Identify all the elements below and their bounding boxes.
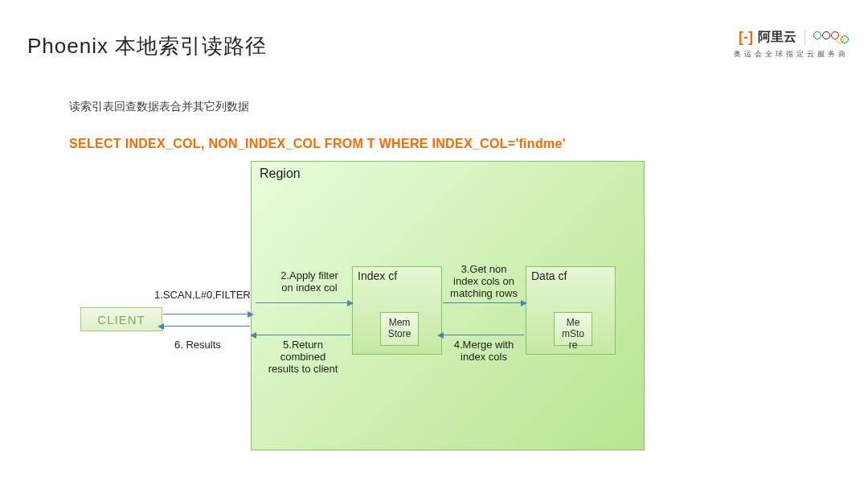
arrow-region-to-client — [163, 326, 250, 327]
arrow-head-icon — [347, 300, 354, 306]
brand-logo: [-] 阿里云 奥运会全球指定云服务商 — [734, 29, 849, 60]
step6-label: 6. Results — [174, 339, 221, 351]
arrow-to-index — [256, 302, 349, 303]
index-cf-box: Index cf Mem Store — [352, 266, 442, 355]
arrow-index-to-data — [443, 302, 522, 303]
arrow-data-to-index — [443, 335, 524, 335]
arrow-client-to-region — [163, 314, 248, 314]
index-cf-label: Index cf — [358, 269, 397, 282]
arrow-head-icon — [437, 332, 444, 339]
slide-title: Phoenix 本地索引读路径 — [27, 32, 267, 60]
data-cf-label: Data cf — [531, 269, 567, 282]
data-memstore-box: Me mSto re — [554, 312, 592, 346]
index-memstore-box: Mem Store — [380, 312, 419, 346]
architecture-diagram: Region CLIENT Index cf Mem Store Data cf… — [80, 161, 707, 458]
alibaba-brand-text: 阿里云 — [758, 29, 796, 46]
arrow-from-index — [256, 335, 350, 335]
description-text: 读索引表回查数据表合并其它列数据 — [69, 100, 249, 114]
step2-label: 2.Apply filter on index col — [273, 270, 346, 294]
step3-label: 3.Get non index cols on matching rows — [445, 264, 522, 300]
step1-label: 1.SCAN,L#0,FILTER — [154, 290, 251, 302]
alibaba-bracket-icon: [-] — [739, 29, 753, 46]
client-box: CLIENT — [80, 307, 162, 331]
arrow-head-icon — [158, 323, 164, 330]
logo-subtitle: 奥运会全球指定云服务商 — [734, 49, 849, 60]
arrow-head-icon — [248, 311, 254, 318]
region-label: Region — [260, 166, 301, 181]
step4-label: 4.Merge with index cols — [447, 339, 521, 364]
arrow-head-icon — [250, 332, 256, 339]
arrow-head-icon — [521, 300, 527, 306]
data-cf-box: Data cf Me mSto re — [526, 266, 616, 355]
olympic-rings-icon — [813, 31, 849, 43]
step5-label: 5.Return combined results to client — [259, 339, 347, 376]
logo-divider — [805, 31, 805, 45]
sql-statement: SELECT INDEX_COL, NON_INDEX_COL FROM T W… — [69, 137, 566, 151]
